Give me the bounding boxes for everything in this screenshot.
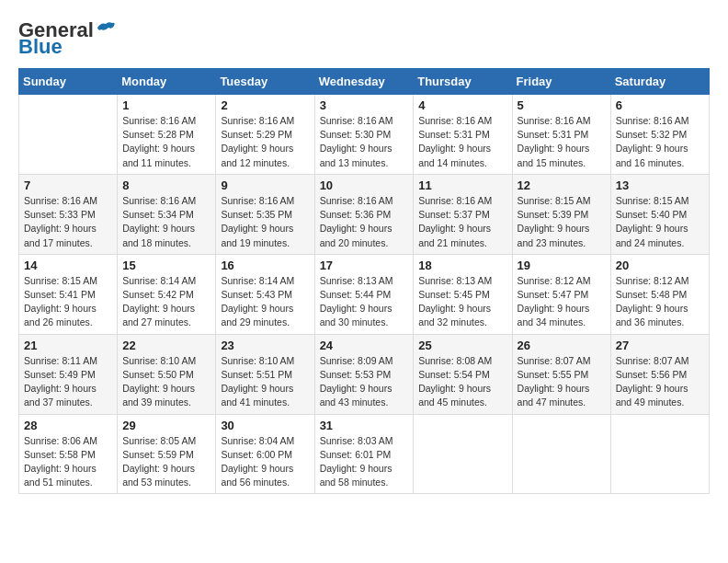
calendar-cell: 3Sunrise: 8:16 AMSunset: 5:30 PMDaylight… bbox=[314, 95, 414, 175]
calendar-cell: 11Sunrise: 8:16 AMSunset: 5:37 PMDayligh… bbox=[414, 174, 512, 254]
calendar-week-row: 21Sunrise: 8:11 AMSunset: 5:49 PMDayligh… bbox=[19, 334, 710, 414]
day-number: 23 bbox=[221, 339, 309, 352]
day-info: Sunrise: 8:15 AMSunset: 5:41 PMDaylight:… bbox=[24, 274, 112, 330]
calendar-cell: 9Sunrise: 8:16 AMSunset: 5:35 PMDaylight… bbox=[216, 174, 314, 254]
weekday-header: Tuesday bbox=[216, 69, 314, 95]
calendar-cell bbox=[610, 414, 709, 494]
day-info: Sunrise: 8:07 AMSunset: 5:56 PMDaylight:… bbox=[616, 354, 704, 410]
day-info: Sunrise: 8:16 AMSunset: 5:33 PMDaylight:… bbox=[24, 194, 112, 250]
calendar-table: SundayMondayTuesdayWednesdayThursdayFrid… bbox=[18, 68, 710, 494]
day-info: Sunrise: 8:13 AMSunset: 5:45 PMDaylight:… bbox=[418, 274, 506, 330]
calendar-cell: 23Sunrise: 8:10 AMSunset: 5:51 PMDayligh… bbox=[216, 334, 314, 414]
day-number: 24 bbox=[320, 339, 409, 352]
calendar-cell: 20Sunrise: 8:12 AMSunset: 5:48 PMDayligh… bbox=[610, 254, 709, 334]
day-number: 10 bbox=[320, 178, 409, 192]
day-number: 3 bbox=[320, 98, 409, 112]
day-info: Sunrise: 8:16 AMSunset: 5:37 PMDaylight:… bbox=[418, 194, 506, 250]
day-info: Sunrise: 8:14 AMSunset: 5:43 PMDaylight:… bbox=[221, 274, 309, 330]
day-number: 2 bbox=[221, 98, 309, 112]
calendar-cell: 4Sunrise: 8:16 AMSunset: 5:31 PMDaylight… bbox=[414, 95, 512, 175]
day-info: Sunrise: 8:16 AMSunset: 5:30 PMDaylight:… bbox=[320, 114, 409, 170]
calendar-week-row: 14Sunrise: 8:15 AMSunset: 5:41 PMDayligh… bbox=[19, 254, 710, 334]
day-info: Sunrise: 8:06 AMSunset: 5:58 PMDaylight:… bbox=[24, 434, 112, 490]
calendar-cell: 15Sunrise: 8:14 AMSunset: 5:42 PMDayligh… bbox=[118, 254, 216, 334]
calendar-cell: 12Sunrise: 8:15 AMSunset: 5:39 PMDayligh… bbox=[512, 174, 610, 254]
calendar-cell: 8Sunrise: 8:16 AMSunset: 5:34 PMDaylight… bbox=[118, 174, 216, 254]
day-info: Sunrise: 8:14 AMSunset: 5:42 PMDaylight:… bbox=[122, 274, 210, 330]
weekday-header: Monday bbox=[118, 69, 216, 95]
day-number: 14 bbox=[24, 259, 112, 272]
page-header: General Blue bbox=[18, 18, 710, 59]
day-number: 22 bbox=[122, 339, 210, 352]
day-number: 16 bbox=[221, 259, 309, 272]
day-info: Sunrise: 8:08 AMSunset: 5:54 PMDaylight:… bbox=[418, 354, 506, 410]
calendar-cell: 2Sunrise: 8:16 AMSunset: 5:29 PMDaylight… bbox=[216, 95, 314, 175]
logo: General Blue bbox=[18, 18, 116, 59]
calendar-cell: 29Sunrise: 8:05 AMSunset: 5:59 PMDayligh… bbox=[118, 414, 216, 494]
day-info: Sunrise: 8:16 AMSunset: 5:31 PMDaylight:… bbox=[418, 114, 506, 170]
day-number: 29 bbox=[122, 419, 210, 432]
calendar-header-row: SundayMondayTuesdayWednesdayThursdayFrid… bbox=[19, 69, 710, 95]
calendar-cell: 6Sunrise: 8:16 AMSunset: 5:32 PMDaylight… bbox=[610, 95, 709, 175]
calendar-cell: 17Sunrise: 8:13 AMSunset: 5:44 PMDayligh… bbox=[314, 254, 414, 334]
day-number: 27 bbox=[616, 339, 704, 352]
day-number: 28 bbox=[24, 419, 112, 432]
day-info: Sunrise: 8:03 AMSunset: 6:01 PMDaylight:… bbox=[320, 434, 409, 490]
day-info: Sunrise: 8:13 AMSunset: 5:44 PMDaylight:… bbox=[320, 274, 409, 330]
day-number: 30 bbox=[221, 419, 309, 432]
day-number: 8 bbox=[122, 178, 210, 192]
day-number: 31 bbox=[320, 419, 409, 432]
day-number: 1 bbox=[122, 98, 210, 112]
logo-blue-text: Blue bbox=[18, 35, 63, 59]
logo-bird-icon bbox=[96, 20, 116, 35]
day-number: 20 bbox=[616, 259, 704, 272]
day-number: 13 bbox=[616, 178, 704, 192]
day-number: 26 bbox=[518, 339, 606, 352]
calendar-cell: 22Sunrise: 8:10 AMSunset: 5:50 PMDayligh… bbox=[118, 334, 216, 414]
day-number: 9 bbox=[221, 178, 309, 192]
calendar-cell: 30Sunrise: 8:04 AMSunset: 6:00 PMDayligh… bbox=[216, 414, 314, 494]
day-info: Sunrise: 8:15 AMSunset: 5:40 PMDaylight:… bbox=[616, 194, 704, 250]
day-info: Sunrise: 8:15 AMSunset: 5:39 PMDaylight:… bbox=[518, 194, 606, 250]
calendar-cell bbox=[512, 414, 610, 494]
day-info: Sunrise: 8:16 AMSunset: 5:28 PMDaylight:… bbox=[122, 114, 210, 170]
calendar-cell: 14Sunrise: 8:15 AMSunset: 5:41 PMDayligh… bbox=[19, 254, 118, 334]
calendar-cell: 19Sunrise: 8:12 AMSunset: 5:47 PMDayligh… bbox=[512, 254, 610, 334]
calendar-cell: 10Sunrise: 8:16 AMSunset: 5:36 PMDayligh… bbox=[314, 174, 414, 254]
day-number: 15 bbox=[122, 259, 210, 272]
weekday-header: Friday bbox=[512, 69, 610, 95]
day-info: Sunrise: 8:12 AMSunset: 5:48 PMDaylight:… bbox=[616, 274, 704, 330]
calendar-week-row: 7Sunrise: 8:16 AMSunset: 5:33 PMDaylight… bbox=[19, 174, 710, 254]
day-number: 11 bbox=[418, 178, 506, 192]
weekday-header: Wednesday bbox=[314, 69, 414, 95]
day-info: Sunrise: 8:04 AMSunset: 6:00 PMDaylight:… bbox=[221, 434, 309, 490]
calendar-cell: 7Sunrise: 8:16 AMSunset: 5:33 PMDaylight… bbox=[19, 174, 118, 254]
calendar-cell: 5Sunrise: 8:16 AMSunset: 5:31 PMDaylight… bbox=[512, 95, 610, 175]
day-info: Sunrise: 8:10 AMSunset: 5:50 PMDaylight:… bbox=[122, 354, 210, 410]
day-info: Sunrise: 8:09 AMSunset: 5:53 PMDaylight:… bbox=[320, 354, 409, 410]
day-info: Sunrise: 8:12 AMSunset: 5:47 PMDaylight:… bbox=[518, 274, 606, 330]
day-number: 6 bbox=[616, 98, 704, 112]
calendar-cell: 21Sunrise: 8:11 AMSunset: 5:49 PMDayligh… bbox=[19, 334, 118, 414]
calendar-cell: 24Sunrise: 8:09 AMSunset: 5:53 PMDayligh… bbox=[314, 334, 414, 414]
weekday-header: Thursday bbox=[414, 69, 512, 95]
calendar-week-row: 28Sunrise: 8:06 AMSunset: 5:58 PMDayligh… bbox=[19, 414, 710, 494]
calendar-week-row: 1Sunrise: 8:16 AMSunset: 5:28 PMDaylight… bbox=[19, 95, 710, 175]
calendar-cell: 28Sunrise: 8:06 AMSunset: 5:58 PMDayligh… bbox=[19, 414, 118, 494]
day-number: 19 bbox=[518, 259, 606, 272]
calendar-cell: 18Sunrise: 8:13 AMSunset: 5:45 PMDayligh… bbox=[414, 254, 512, 334]
day-info: Sunrise: 8:11 AMSunset: 5:49 PMDaylight:… bbox=[24, 354, 112, 410]
calendar-cell: 27Sunrise: 8:07 AMSunset: 5:56 PMDayligh… bbox=[610, 334, 709, 414]
day-info: Sunrise: 8:10 AMSunset: 5:51 PMDaylight:… bbox=[221, 354, 309, 410]
day-info: Sunrise: 8:16 AMSunset: 5:29 PMDaylight:… bbox=[221, 114, 309, 170]
day-info: Sunrise: 8:16 AMSunset: 5:31 PMDaylight:… bbox=[518, 114, 606, 170]
day-info: Sunrise: 8:07 AMSunset: 5:55 PMDaylight:… bbox=[518, 354, 606, 410]
calendar-cell: 13Sunrise: 8:15 AMSunset: 5:40 PMDayligh… bbox=[610, 174, 709, 254]
day-number: 18 bbox=[418, 259, 506, 272]
day-info: Sunrise: 8:05 AMSunset: 5:59 PMDaylight:… bbox=[122, 434, 210, 490]
calendar-cell: 25Sunrise: 8:08 AMSunset: 5:54 PMDayligh… bbox=[414, 334, 512, 414]
day-number: 21 bbox=[24, 339, 112, 352]
day-info: Sunrise: 8:16 AMSunset: 5:34 PMDaylight:… bbox=[122, 194, 210, 250]
day-number: 4 bbox=[418, 98, 506, 112]
calendar-cell bbox=[414, 414, 512, 494]
